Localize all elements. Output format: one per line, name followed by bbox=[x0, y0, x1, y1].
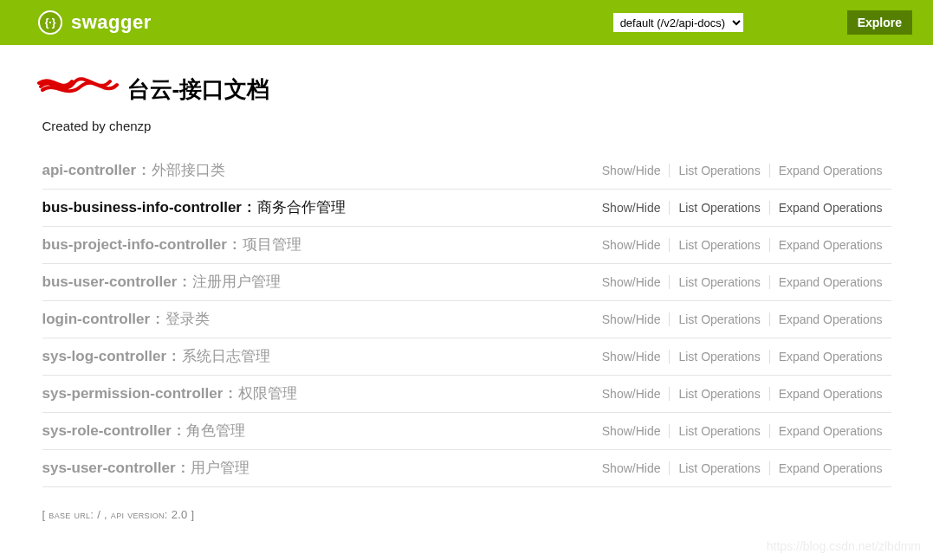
api-version-value: 2.0 bbox=[172, 508, 188, 521]
topbar: {·} swagger default (/v2/api-docs) Explo… bbox=[0, 0, 933, 45]
resource-name: sys-log-controller bbox=[42, 348, 167, 365]
resource-list: api-controller : 外部接口类Show/HideList Oper… bbox=[42, 152, 891, 487]
expand-operations-link[interactable]: Expand Operations bbox=[769, 312, 891, 326]
resource-description: 项目管理 bbox=[243, 235, 301, 254]
resource-heading[interactable]: sys-role-controller : 角色管理 bbox=[42, 421, 246, 441]
resource-name: sys-permission-controller bbox=[42, 385, 224, 402]
resource-ops: Show/HideList OperationsExpand Operation… bbox=[593, 350, 891, 364]
list-operations-link[interactable]: List Operations bbox=[669, 275, 768, 289]
resource-description: 角色管理 bbox=[186, 421, 245, 441]
explore-button[interactable]: Explore bbox=[847, 10, 912, 35]
resource-ops: Show/HideList OperationsExpand Operation… bbox=[593, 387, 891, 401]
resource-name: api-controller bbox=[42, 162, 137, 179]
resource-row: sys-user-controller : 用户管理Show/HideList … bbox=[42, 450, 891, 487]
expand-operations-link[interactable]: Expand Operations bbox=[769, 201, 891, 215]
page-subtitle: Created by chenzp bbox=[42, 119, 891, 133]
swagger-logo-icon: {·} bbox=[38, 10, 62, 35]
resource-description: 权限管理 bbox=[238, 383, 297, 403]
resource-heading[interactable]: bus-user-controller : 注册用户管理 bbox=[42, 272, 282, 292]
show-hide-link[interactable]: Show/Hide bbox=[593, 201, 670, 215]
title-row: 台云-接口文档 bbox=[42, 74, 891, 105]
resource-heading[interactable]: sys-user-controller : 用户管理 bbox=[42, 458, 250, 478]
resource-ops: Show/HideList OperationsExpand Operation… bbox=[593, 461, 891, 475]
resource-separator: : bbox=[247, 199, 252, 216]
expand-operations-link[interactable]: Expand Operations bbox=[769, 164, 891, 177]
show-hide-link[interactable]: Show/Hide bbox=[593, 350, 670, 364]
resource-name: sys-role-controller bbox=[42, 422, 172, 440]
resource-separator: : bbox=[155, 311, 160, 328]
resource-separator: : bbox=[228, 385, 233, 402]
resource-heading[interactable]: sys-permission-controller : 权限管理 bbox=[42, 383, 297, 403]
resource-name: login-controller bbox=[42, 311, 151, 328]
resource-name: bus-business-info-controller bbox=[42, 199, 242, 216]
resource-heading[interactable]: sys-log-controller : 系统日志管理 bbox=[42, 346, 270, 366]
resource-heading[interactable]: api-controller : 外部接口类 bbox=[42, 160, 225, 180]
topbar-right: default (/v2/api-docs) Explore bbox=[613, 10, 912, 35]
resource-ops: Show/HideList OperationsExpand Operation… bbox=[593, 201, 891, 215]
show-hide-link[interactable]: Show/Hide bbox=[593, 164, 670, 177]
list-operations-link[interactable]: List Operations bbox=[669, 238, 768, 252]
list-operations-link[interactable]: List Operations bbox=[669, 164, 768, 177]
resource-row: bus-project-info-controller : 项目管理Show/H… bbox=[42, 227, 891, 264]
resource-separator: : bbox=[181, 460, 186, 477]
show-hide-link[interactable]: Show/Hide bbox=[593, 312, 670, 326]
resource-separator: : bbox=[141, 162, 146, 179]
resource-ops: Show/HideList OperationsExpand Operation… bbox=[593, 164, 891, 177]
resource-name: bus-project-info-controller bbox=[42, 236, 227, 254]
resource-separator: : bbox=[232, 236, 237, 254]
resource-ops: Show/HideList OperationsExpand Operation… bbox=[593, 238, 891, 252]
expand-operations-link[interactable]: Expand Operations bbox=[769, 275, 891, 289]
resource-row: sys-permission-controller : 权限管理Show/Hid… bbox=[42, 376, 891, 413]
expand-operations-link[interactable]: Expand Operations bbox=[769, 350, 891, 364]
show-hide-link[interactable]: Show/Hide bbox=[593, 387, 670, 401]
resource-separator: : bbox=[182, 274, 187, 291]
list-operations-link[interactable]: List Operations bbox=[669, 350, 768, 364]
resource-heading[interactable]: bus-project-info-controller : 项目管理 bbox=[42, 235, 301, 254]
resource-description: 登录类 bbox=[165, 309, 210, 329]
resource-ops: Show/HideList OperationsExpand Operation… bbox=[593, 424, 891, 438]
brand-name: swagger bbox=[71, 11, 152, 34]
show-hide-link[interactable]: Show/Hide bbox=[593, 275, 670, 289]
resource-row: bus-user-controller : 注册用户管理Show/HideLis… bbox=[42, 264, 891, 301]
list-operations-link[interactable]: List Operations bbox=[669, 387, 768, 401]
base-url-label: base url bbox=[49, 508, 90, 521]
resource-separator: : bbox=[177, 422, 182, 440]
resource-separator: : bbox=[172, 348, 177, 365]
list-operations-link[interactable]: List Operations bbox=[669, 461, 768, 475]
expand-operations-link[interactable]: Expand Operations bbox=[769, 387, 891, 401]
main-container: 台云-接口文档 Created by chenzp api-controller… bbox=[34, 45, 900, 547]
show-hide-link[interactable]: Show/Hide bbox=[593, 424, 670, 438]
resource-name: bus-user-controller bbox=[42, 274, 178, 291]
list-operations-link[interactable]: List Operations bbox=[669, 201, 768, 215]
resource-description: 用户管理 bbox=[191, 458, 249, 478]
list-operations-link[interactable]: List Operations bbox=[669, 312, 768, 326]
resource-ops: Show/HideList OperationsExpand Operation… bbox=[593, 275, 891, 289]
resource-row: api-controller : 外部接口类Show/HideList Oper… bbox=[42, 152, 891, 190]
resource-description: 外部接口类 bbox=[152, 160, 225, 180]
resource-row: sys-role-controller : 角色管理Show/HideList … bbox=[42, 413, 891, 450]
page-title: 台云-接口文档 bbox=[127, 74, 270, 105]
redacted-scribble-icon bbox=[42, 74, 120, 97]
api-version-label: api version bbox=[111, 508, 165, 521]
resource-row: bus-business-info-controller : 商务合作管理Sho… bbox=[42, 190, 891, 227]
api-spec-select[interactable]: default (/v2/api-docs) bbox=[613, 13, 743, 32]
resource-description: 商务合作管理 bbox=[257, 197, 346, 217]
expand-operations-link[interactable]: Expand Operations bbox=[769, 424, 891, 438]
expand-operations-link[interactable]: Expand Operations bbox=[769, 238, 891, 252]
resource-row: sys-log-controller : 系统日志管理Show/HideList… bbox=[42, 338, 891, 376]
resource-heading[interactable]: bus-business-info-controller : 商务合作管理 bbox=[42, 197, 346, 217]
expand-operations-link[interactable]: Expand Operations bbox=[769, 461, 891, 475]
resource-description: 系统日志管理 bbox=[182, 346, 270, 366]
brand[interactable]: {·} swagger bbox=[38, 10, 152, 35]
base-url-value: / bbox=[97, 508, 100, 521]
list-operations-link[interactable]: List Operations bbox=[669, 424, 768, 438]
resource-heading[interactable]: login-controller : 登录类 bbox=[42, 309, 210, 329]
show-hide-link[interactable]: Show/Hide bbox=[593, 461, 670, 475]
resource-row: login-controller : 登录类Show/HideList Oper… bbox=[42, 301, 891, 338]
show-hide-link[interactable]: Show/Hide bbox=[593, 238, 670, 252]
resource-description: 注册用户管理 bbox=[192, 272, 281, 292]
footer-meta: [ base url: / , api version: 2.0 ] bbox=[42, 508, 891, 521]
resource-name: sys-user-controller bbox=[42, 460, 176, 477]
resource-ops: Show/HideList OperationsExpand Operation… bbox=[593, 312, 891, 326]
logo-glyph: {·} bbox=[45, 16, 56, 29]
